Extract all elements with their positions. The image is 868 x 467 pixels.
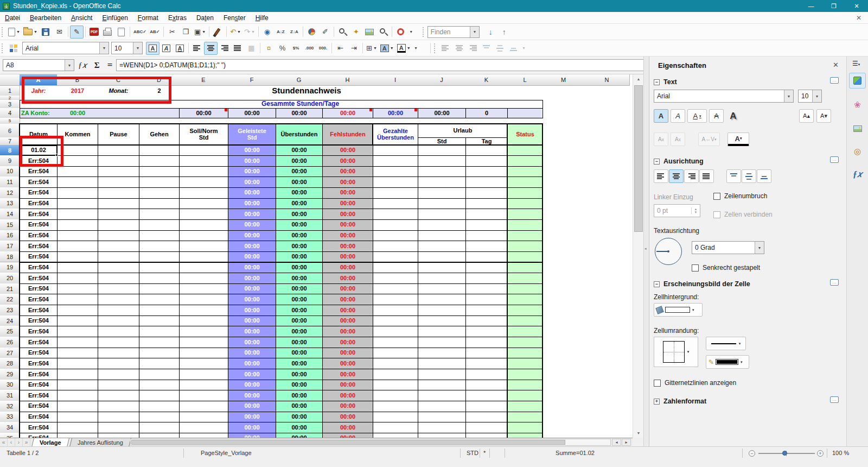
sort-descending-button[interactable]: Z↓A <box>288 26 301 39</box>
cell-D32[interactable] <box>139 401 180 412</box>
sidebar-font-name[interactable]: Arial▼ <box>654 90 794 103</box>
next-sheet-button[interactable]: › <box>15 438 23 446</box>
menu-bearbeiten[interactable]: Bearbeiten <box>25 13 66 23</box>
cell-C6[interactable]: Pause <box>98 124 139 146</box>
collapse-icon[interactable]: − <box>654 79 660 85</box>
cell-A6[interactable]: Datum <box>20 124 58 146</box>
cell-D10[interactable] <box>139 166 180 178</box>
sidebar-tab-navigator[interactable]: ◎ <box>849 143 866 159</box>
spellcheck-button[interactable]: ABC✓ <box>132 26 148 39</box>
superscript-button[interactable]: Ax <box>654 132 668 146</box>
cell-G12[interactable]: 00:00 <box>276 187 323 199</box>
cell-G14[interactable]: 00:00 <box>276 209 323 220</box>
sidebar-tab-styles[interactable]: ❀ <box>849 97 866 112</box>
cell-A19[interactable]: Err:504 <box>20 262 58 274</box>
cell-C21[interactable] <box>98 283 139 295</box>
cell-F25[interactable]: 00:00 <box>228 326 276 337</box>
section-cell-appearance[interactable]: − Erscheinungsbild der Zelle <box>654 280 750 288</box>
cell-B10[interactable] <box>57 166 98 178</box>
cell-L32[interactable] <box>507 401 543 412</box>
cell-J25[interactable] <box>418 326 466 337</box>
cell-H14[interactable]: 00:00 <box>322 209 373 220</box>
cell-A35[interactable]: Err:504 <box>20 433 58 438</box>
cell-L20[interactable] <box>507 273 543 284</box>
cell-C29[interactable] <box>98 369 139 380</box>
cell-E25[interactable] <box>179 326 228 337</box>
cell-K7[interactable]: Tag <box>465 137 508 146</box>
cell-G22[interactable]: 00:00 <box>276 294 323 305</box>
cell-I21[interactable] <box>373 283 418 295</box>
column-header-E[interactable]: E <box>179 74 228 86</box>
cell-L24[interactable] <box>507 315 543 327</box>
cell-K26[interactable] <box>465 337 508 348</box>
cell-B6[interactable]: Kommen <box>57 124 98 146</box>
cell-I8[interactable] <box>373 145 418 156</box>
cell-I17[interactable] <box>373 241 418 252</box>
cell-A20[interactable]: Err:504 <box>20 273 58 284</box>
background-color-button[interactable]: A▼ <box>379 42 395 55</box>
cell-C14[interactable] <box>98 209 139 220</box>
cell-border-picker[interactable]: ▾ <box>654 337 698 367</box>
save-button[interactable] <box>39 26 53 39</box>
align-right-edge-button[interactable] <box>466 42 480 55</box>
cell-C19[interactable] <box>98 262 139 274</box>
cell-B32[interactable] <box>57 401 98 412</box>
cell-G19[interactable]: 00:00 <box>276 262 323 274</box>
cell-E9[interactable] <box>179 155 228 167</box>
cell-G32[interactable]: 00:00 <box>276 401 323 412</box>
cell-D6[interactable]: Gehen <box>139 124 180 146</box>
cell-K28[interactable] <box>465 358 508 369</box>
cell-J31[interactable] <box>418 390 466 401</box>
cell-K20[interactable] <box>465 273 508 284</box>
cell-D13[interactable] <box>139 198 180 210</box>
column-header-B[interactable]: B <box>57 74 98 86</box>
cell-D17[interactable] <box>139 241 180 252</box>
section-number-format[interactable]: + Zahlenformat <box>654 397 706 405</box>
cell-B23[interactable] <box>57 305 98 316</box>
cell-E17[interactable] <box>179 241 228 252</box>
cell-L34[interactable] <box>507 422 543 433</box>
cell-K23[interactable] <box>465 305 508 316</box>
cell-I25[interactable] <box>373 326 418 337</box>
cell-C15[interactable] <box>98 219 139 231</box>
cell-J34[interactable] <box>418 422 466 433</box>
cell-A25[interactable]: Err:504 <box>20 326 58 337</box>
cell-B26[interactable] <box>57 337 98 348</box>
cell-H25[interactable]: 00:00 <box>322 326 373 337</box>
cell-G16[interactable]: 00:00 <box>276 230 323 242</box>
bold-button[interactable]: A <box>146 42 159 55</box>
cell-I31[interactable] <box>373 390 418 401</box>
insert-chart-button[interactable] <box>305 26 318 39</box>
cell-G11[interactable]: 00:00 <box>276 176 323 188</box>
cell-A17[interactable]: Err:504 <box>20 241 58 252</box>
cell-H21[interactable]: 00:00 <box>322 283 373 295</box>
cell-D24[interactable] <box>139 315 180 327</box>
cell-B30[interactable] <box>57 380 98 391</box>
email-button[interactable]: ✉ <box>53 26 66 39</box>
row-header-6[interactable]: 6 <box>0 124 20 138</box>
background-color-dropdown-icon[interactable]: ▼ <box>390 46 394 50</box>
sb-center-vertically-button[interactable] <box>742 169 756 183</box>
cell-E6[interactable]: Soll/NormStd <box>179 124 228 146</box>
row-header-15[interactable]: 15 <box>0 219 20 231</box>
sb-align-left-button[interactable] <box>654 169 668 183</box>
sort-ascending-button[interactable]: A↓Z <box>274 26 288 39</box>
cell-H15[interactable]: 00:00 <box>322 219 373 231</box>
cell-D34[interactable] <box>139 422 180 433</box>
row-header-17[interactable]: 17 <box>0 241 20 252</box>
center-vertically-button[interactable] <box>493 42 507 55</box>
cell-C22[interactable] <box>98 294 139 305</box>
format-paintbrush-button[interactable] <box>211 26 225 39</box>
cell-I15[interactable] <box>373 219 418 231</box>
cell-A31[interactable]: Err:504 <box>20 390 58 401</box>
cell-L21[interactable] <box>507 283 543 295</box>
cell-C30[interactable] <box>98 380 139 391</box>
cell-C1[interactable]: Monat: <box>98 86 139 96</box>
cell-K31[interactable] <box>465 390 508 401</box>
cell-D28[interactable] <box>139 358 180 369</box>
cell-A15[interactable]: Err:504 <box>20 219 58 231</box>
cell-B17[interactable] <box>57 241 98 252</box>
column-header-D[interactable]: D <box>139 74 180 86</box>
cell-A16[interactable]: Err:504 <box>20 230 58 242</box>
cell-C9[interactable] <box>98 155 139 167</box>
